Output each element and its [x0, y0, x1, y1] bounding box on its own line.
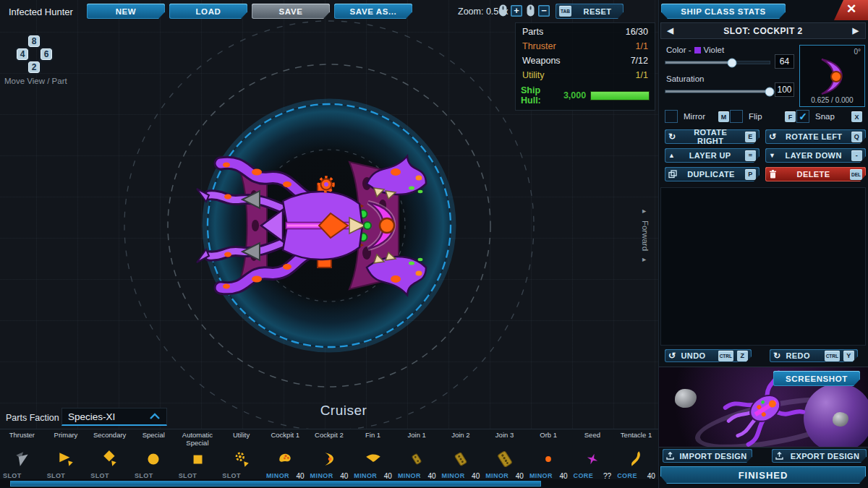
- part-tier: CORE: [574, 472, 594, 479]
- part-seed[interactable]: SeedCORE??: [571, 429, 615, 480]
- join-3-icon: [482, 448, 527, 470]
- thruster-icon: [0, 448, 44, 470]
- forward-arrow-icon: ▲: [641, 257, 648, 263]
- part-utility[interactable]: UtilitySLOT: [219, 429, 263, 480]
- mirror-checkbox[interactable]: [665, 110, 678, 123]
- color-label: Color -Violet: [666, 46, 724, 54]
- join-2-icon: [439, 448, 483, 470]
- duplicate-button[interactable]: DUPLICATE P: [665, 167, 760, 181]
- part-name: Seed: [571, 429, 615, 448]
- load-button[interactable]: LOAD: [169, 4, 247, 19]
- join-1-icon: [395, 448, 439, 470]
- rotate-right-button[interactable]: ↻ ROTATE RIGHT E: [665, 129, 760, 144]
- tentacle-1-icon: [614, 448, 658, 470]
- part-cockpit-1[interactable]: Cockpit 1MINOR40: [263, 429, 307, 480]
- redo-button[interactable]: ↻ REDO CTRL Y: [770, 349, 858, 362]
- new-button[interactable]: NEW: [87, 4, 165, 19]
- part-join-3[interactable]: Join 3MINOR40: [482, 429, 527, 480]
- screenshot-button[interactable]: SCREENSHOT: [773, 371, 860, 386]
- reset-view-button[interactable]: TAB RESET: [556, 4, 624, 19]
- saturation-value: 100: [775, 82, 794, 97]
- color-slider-knob[interactable]: [728, 58, 737, 67]
- layer-up-button[interactable]: ▲ LAYER UP =: [665, 148, 760, 163]
- saturation-slider[interactable]: [665, 90, 770, 93]
- part-special[interactable]: SpecialSLOT: [132, 429, 176, 480]
- part-name: Join 3: [482, 429, 527, 448]
- flip-label: Flip: [749, 112, 762, 121]
- export-design-button[interactable]: EXPORT DESIGN: [772, 449, 867, 463]
- ship-class-stats-button[interactable]: SHIP CLASS STATS: [661, 4, 786, 19]
- save-button[interactable]: SAVE: [252, 4, 330, 19]
- fin-1-icon: [351, 448, 395, 470]
- part-list-empty: [660, 187, 866, 346]
- layer-down-button[interactable]: ▼ LAYER DOWN -: [765, 148, 866, 163]
- mouse-scroll-icon: [527, 4, 535, 17]
- key-8: 8: [28, 35, 40, 47]
- parts-faction-label: Parts Faction: [6, 413, 59, 423]
- part-name: Fin 1: [351, 429, 395, 448]
- flip-checkbox[interactable]: [730, 110, 743, 123]
- key-6: 6: [41, 48, 52, 60]
- design-name: Infected Hunter: [9, 7, 73, 17]
- tray-scrollbar[interactable]: [10, 481, 541, 487]
- part-tier: SLOT: [3, 472, 22, 479]
- import-design-button[interactable]: IMPORT DESIGN: [663, 449, 752, 463]
- part-name: Orb 1: [527, 429, 571, 448]
- hull-bar: [590, 91, 650, 100]
- zoom-in-button[interactable]: +: [511, 5, 522, 17]
- f-key-badge: F: [785, 111, 796, 122]
- ship-editor: 8 4 6 2 Move View / Part Cruiser ▲Forwar…: [0, 0, 868, 488]
- part-cockpit-2[interactable]: Cockpit 2MINOR40: [307, 429, 352, 480]
- cockpit-2-icon: [307, 448, 352, 470]
- tray-scrollbar-track[interactable]: [0, 479, 658, 488]
- part-tentacle-1[interactable]: Tentacle 1CORE40: [614, 429, 658, 480]
- part-tier: MINOR: [529, 472, 553, 479]
- saturation-slider-knob[interactable]: [765, 87, 775, 96]
- zoom-out-button[interactable]: −: [538, 5, 550, 17]
- part-tier: MINOR: [485, 472, 509, 479]
- part-join-2[interactable]: Join 2MINOR40: [439, 429, 483, 480]
- asteroid: [675, 389, 697, 408]
- color-slider[interactable]: [665, 61, 770, 64]
- save-as-button[interactable]: SAVE AS...: [334, 4, 412, 19]
- part-join-1[interactable]: Join 1MINOR40: [395, 429, 439, 480]
- part-coords: 0.625 / 0.000: [800, 96, 864, 104]
- finished-button[interactable]: FINISHED: [660, 466, 866, 484]
- prev-slot-button[interactable]: ◀: [661, 26, 680, 35]
- parts-faction-dropdown[interactable]: Species-XI: [61, 408, 167, 426]
- trash-icon: [769, 170, 777, 179]
- ship-stats-panel: Parts16/30Thruster1/1Weapons7/12Utility1…: [515, 22, 655, 111]
- part-name: Cockpit 2: [307, 429, 352, 448]
- undo-icon: ↺: [668, 351, 676, 360]
- hull-row: Ship Hull: 3,000: [516, 82, 655, 106]
- seed-icon: [571, 448, 615, 470]
- saturation-label: Saturation: [666, 74, 704, 83]
- next-slot-button[interactable]: ▶: [846, 26, 865, 35]
- part-name: Special: [132, 429, 176, 448]
- mirror-label: Mirror: [684, 112, 705, 121]
- close-button[interactable]: ✕: [834, 0, 868, 20]
- arrow-up-icon: ▲: [668, 153, 675, 159]
- snap-checkbox[interactable]: ✓: [796, 110, 809, 123]
- part-primary[interactable]: PrimarySLOT: [44, 429, 88, 480]
- export-icon: [775, 452, 783, 460]
- part-tier: MINOR: [442, 472, 465, 479]
- part-fin-1[interactable]: Fin 1MINOR40: [351, 429, 395, 480]
- part-orb-1[interactable]: Orb 1MINOR40: [527, 429, 571, 480]
- undo-button[interactable]: ↺ UNDO CTRL Z: [665, 349, 752, 362]
- part-automatic-special[interactable]: Automatic SpecialSLOT: [176, 429, 220, 480]
- stat-row-utility: Utility1/1: [516, 68, 655, 82]
- part-name: Utility: [219, 429, 263, 448]
- delete-button[interactable]: DELETE DEL: [765, 167, 866, 181]
- part-preview-art: [800, 55, 864, 98]
- part-name: Automatic Special: [176, 429, 220, 448]
- part-thruster[interactable]: ThrusterSLOT: [0, 429, 44, 480]
- arrow-down-icon: ▼: [769, 153, 775, 159]
- snap-label: Snap: [815, 112, 835, 121]
- rotate-left-button[interactable]: ↺ ROTATE LEFT Q: [765, 129, 866, 144]
- part-name: Tentacle 1: [614, 429, 658, 448]
- part-tier: MINOR: [398, 472, 421, 479]
- part-secondary[interactable]: SecondarySLOT: [88, 429, 132, 480]
- part-tier: SLOT: [135, 472, 153, 479]
- automatic-special-icon: [176, 448, 220, 470]
